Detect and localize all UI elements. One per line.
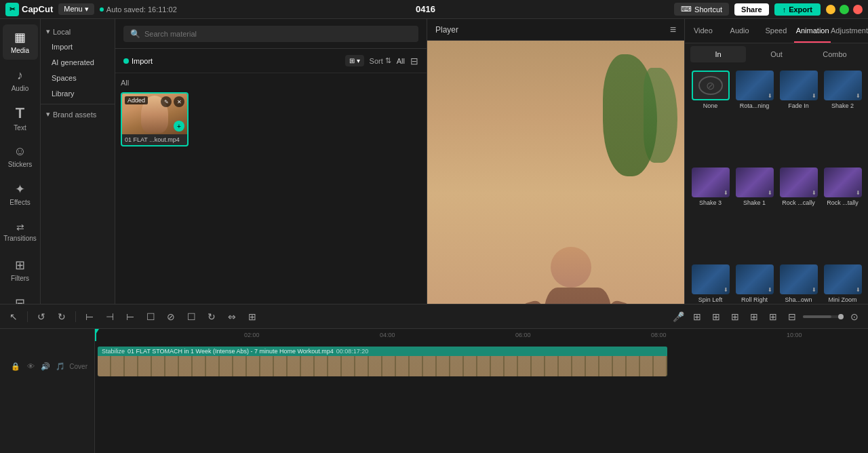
mirror-button[interactable]: ⇔ [224,309,240,325]
crop-button[interactable]: ⊘ [163,309,179,325]
tab-adjustment[interactable]: Adjustment [831,19,868,43]
list-item[interactable]: ⬇ Fade In [778,71,818,163]
playhead[interactable] [95,329,96,341]
media-grid: Added ✎ ✕ + 01 FLAT ...kout.mp4 [121,92,421,146]
tab-video[interactable]: Video [685,19,722,43]
zoom-out-button[interactable]: ⊟ [784,309,800,325]
anim-item-label: Spin Left [698,296,723,303]
list-item[interactable]: ⬇ Shake 1 [734,168,774,260]
right-panel-tabs: Video Audio Speed Animation Adjustment [685,19,868,43]
toolbar-item-media[interactable]: ▦ Media [3,24,38,60]
toolbar-item-effects[interactable]: ✦ Effects [3,176,38,212]
undo-button[interactable]: ↺ [33,309,50,325]
select-tool-button[interactable]: ↖ [5,309,22,325]
import-label: Import [132,57,153,65]
fit-button[interactable]: ⊙ [846,309,863,325]
toolbar-item-text[interactable]: T Text [3,100,38,136]
anim-thumbnail: ⬇ [824,264,862,294]
clip-stabilize-label: Stabilize [102,348,125,355]
toolbar-item-audio[interactable]: ♪ Audio [3,62,38,98]
anim-thumbnail: ⬇ [692,168,730,197]
anim-item-label: Rock ...cally [782,199,815,206]
audio-label: Audio [12,85,29,92]
sort-button[interactable]: Sort ⇅ [370,56,391,65]
panel-item-import[interactable]: Import [43,39,112,54]
split-button[interactable]: ⊢ [81,309,98,325]
anim-tab-combo[interactable]: Combo [807,46,863,62]
list-item[interactable]: ⬇ Shake 3 [690,168,730,260]
anim-combo-label: Combo [823,50,846,58]
toolbar-item-filters[interactable]: ⊞ Filters [3,252,38,288]
anim-thumbnail: ⬇ [780,264,818,294]
video-clip[interactable]: Stabilize 01 FLAT STOMACH in 1 Week (Int… [98,347,667,376]
media-close-btn[interactable]: ✕ [174,96,184,107]
text-icon: T [16,104,24,122]
stickers-label: Stickers [8,161,33,168]
list-item[interactable]: ⬇ Rota...ning [734,71,774,163]
tab-speed[interactable]: Speed [758,19,795,43]
shortcut-button[interactable]: ⌨ Shortcut [674,3,729,16]
split-keep-left-button[interactable]: ⊣ [102,309,118,325]
toolbar-item-stickers[interactable]: ☺ Stickers [3,138,38,174]
tab-audio[interactable]: Audio [722,19,758,43]
media-edit-btn[interactable]: ✎ [161,96,172,107]
tab-animation[interactable]: Animation [794,19,831,43]
panel-item-ai[interactable]: AI generated [43,55,112,70]
text-label: Text [14,124,26,132]
list-item[interactable]: ⊘ None [690,71,730,163]
track-control-row: 🔒 👁 🔊 🎵 Cover [3,347,92,386]
zoom-slider[interactable] [803,315,844,318]
minimize-button[interactable] [826,5,835,14]
transform-button[interactable]: ⊞ [244,309,260,325]
list-item[interactable]: ⬇ Rock ...tally [823,168,863,260]
anim-item-label: Roll Right [741,296,768,303]
list-item[interactable]: ⬇ Rock ...cally [778,168,818,260]
track-audio-button[interactable]: 🎵 [54,360,66,372]
anim-in-label: In [715,50,721,58]
menu-button[interactable]: Menu ▾ [58,3,94,15]
close-button[interactable] [853,5,863,14]
track-volume-button[interactable]: 🔊 [39,360,52,372]
freeze-button[interactable]: ☐ [183,309,199,325]
add-to-timeline-btn[interactable]: + [174,121,184,132]
all-button[interactable]: All [397,57,405,65]
mic-button[interactable]: 🎤 [670,309,686,325]
anim-tab-out[interactable]: Out [749,46,804,62]
share-button[interactable]: Share [734,3,769,16]
track-mute-button[interactable]: 👁 [24,360,37,372]
toolbar-item-transitions[interactable]: ⇄ Transitions [3,214,38,250]
list-item[interactable]: Added ✎ ✕ + 01 FLAT ...kout.mp4 [121,92,189,146]
track-lock-button[interactable]: 🔒 [9,360,22,372]
anim-thumbnail: ⬇ [736,71,774,100]
export-button[interactable]: ↑ Export [774,3,821,16]
track-btn-2[interactable]: ⊞ [727,309,743,325]
connect-button[interactable]: ⊞ [689,309,705,325]
effects-icon: ✦ [15,182,25,197]
maximize-button[interactable] [840,5,849,14]
track-btn-4[interactable]: ⊞ [765,309,781,325]
tab-animation-label: Animation [796,26,829,35]
panel-item-library[interactable]: Library [43,86,112,101]
player-menu-button[interactable]: ≡ [670,24,676,36]
filter-button[interactable]: ⊟ [410,56,418,66]
project-title: 0416 [416,4,435,14]
rotate-button[interactable]: ↻ [203,309,220,325]
chevron-icon-2: ▾ [46,110,50,119]
list-item[interactable]: ⬇ Shake 2 [823,71,863,163]
delete-button[interactable]: ☐ [142,309,159,325]
panel-item-spaces[interactable]: Spaces [43,71,112,85]
effects-label: Effects [9,199,30,206]
anim-tab-in[interactable]: In [690,46,746,62]
anim-item-label: Shake 3 [699,199,722,206]
brand-assets-section-header[interactable]: ▾ Brand assets [41,107,115,121]
view-toggle-button[interactable]: ⊞ ▾ [345,55,364,66]
animation-subtabs: In Out Combo [685,43,868,65]
local-section-header[interactable]: ▾ Local [41,24,115,39]
toolbar-separator-2 [75,311,76,322]
import-button[interactable]: Import [123,57,153,65]
search-input[interactable] [144,30,412,38]
split-keep-right-button[interactable]: ⊢ [122,309,138,325]
track-btn-3[interactable]: ⊞ [746,309,762,325]
track-btn-1[interactable]: ⊞ [708,309,724,325]
redo-button[interactable]: ↻ [54,309,70,325]
